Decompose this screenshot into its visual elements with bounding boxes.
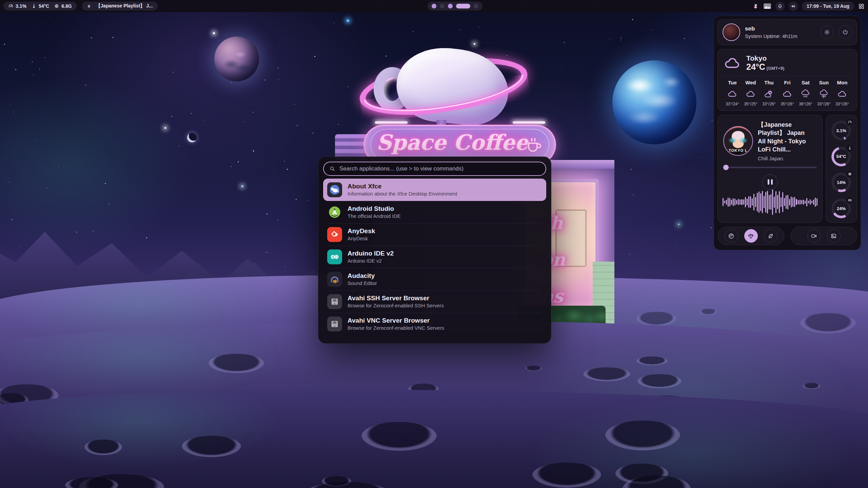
memory-value: 6.8G xyxy=(61,3,72,9)
cpu-usage-stat: 3.1% xyxy=(8,3,26,9)
memory-stat: 6.8G xyxy=(54,3,72,9)
media-pill[interactable]: 【Japanese Playlist】 J... xyxy=(82,2,158,11)
forecast-day-fri: Fri 35°/26° xyxy=(778,80,796,106)
speedometer-icon xyxy=(848,120,852,124)
network-port-icon xyxy=(327,317,342,331)
forecast-day-thu: Thu 33°/26° xyxy=(760,80,778,106)
album-art[interactable]: TOKYO L xyxy=(723,126,753,156)
forecast-row: Tue 33°/24° Wed 35°/25° Thu 33°/26° Fri xyxy=(723,80,851,106)
performance-profile-button[interactable] xyxy=(725,229,738,243)
cloud-icon xyxy=(837,90,847,98)
progress-handle[interactable] xyxy=(723,165,729,170)
search-input[interactable] xyxy=(339,165,540,172)
result-row-avahi-ssh[interactable]: Avahi SSH Server Browser Browse for Zero… xyxy=(323,290,546,313)
thermometer-icon xyxy=(848,146,852,150)
cloud-icon xyxy=(727,90,737,98)
clock-pill[interactable]: 17:09 - Tue, 19 Aug xyxy=(802,2,854,11)
wallpaper-saturn-cup xyxy=(353,37,542,139)
pause-icon xyxy=(87,4,91,8)
user-name: seb xyxy=(745,25,815,32)
topbar-right-cluster: 17:09 - Tue, 19 Aug xyxy=(752,2,865,11)
forecast-day-wed: Wed 35°/25° xyxy=(742,80,760,106)
result-row-avahi-vnc[interactable]: Avahi VNC Server Browser Browse for Zero… xyxy=(323,313,546,335)
power-button[interactable] xyxy=(839,25,852,39)
track-title-line1: 【Japanese Playlist】 Japan xyxy=(758,121,817,137)
result-row-android-studio[interactable]: Android Studio The official Android IDE xyxy=(323,201,546,223)
wallpaper-crescent-moon xyxy=(187,133,197,142)
cloud-icon xyxy=(723,56,742,70)
avatar[interactable] xyxy=(723,23,740,41)
app-launcher: About Xfce Information about the Xfce De… xyxy=(318,157,551,344)
search-box[interactable] xyxy=(323,162,546,176)
sun-cloud-icon xyxy=(764,89,774,98)
result-title: Avahi VNC Server Browser xyxy=(348,317,444,325)
gauge-cpu: 3.1% xyxy=(831,119,852,141)
desktop: esh oon ans Space Coffee 3.1% 54°C xyxy=(0,0,868,488)
android-studio-app-icon xyxy=(327,205,342,220)
audio-visualizer xyxy=(723,186,817,218)
workspace-indicator[interactable] xyxy=(428,2,482,11)
forecast-day-sun: Sun 33°/26° xyxy=(815,80,833,106)
balanced-profile-button[interactable] xyxy=(744,229,758,243)
track-progress-bar[interactable] xyxy=(723,167,817,168)
sign-neon-text: Space Coffee xyxy=(365,130,540,155)
rain-cloud-icon xyxy=(801,89,811,99)
roof-neon-tube-left xyxy=(375,121,408,124)
gauge-temperature: 54°C xyxy=(831,145,852,167)
volume-button[interactable] xyxy=(789,2,798,11)
results-list: About Xfce Information about the Xfce De… xyxy=(323,179,546,335)
result-subtitle: Information about the Xfce Desktop Envir… xyxy=(348,190,457,197)
leaf-icon xyxy=(767,233,774,239)
result-subtitle: Browse for Zeroconf-enabled VNC Servers xyxy=(348,325,444,331)
workspace-dot-4[interactable] xyxy=(456,4,470,8)
workspace-dot-2[interactable] xyxy=(440,4,445,8)
media-pill-text: 【Japanese Playlist】 J... xyxy=(96,3,153,9)
workspace-dot-5[interactable] xyxy=(474,4,478,8)
apps-grid-icon[interactable] xyxy=(858,3,865,9)
chip-icon xyxy=(54,3,59,9)
result-title: Audacity xyxy=(348,272,377,280)
workspace-dot-1[interactable] xyxy=(432,4,436,8)
result-title: AnyDesk xyxy=(348,227,375,235)
arduino-app-icon xyxy=(327,249,342,264)
roof-neon-tube-right xyxy=(513,121,545,124)
wallpaper-earth xyxy=(612,60,696,144)
screen-record-button[interactable] xyxy=(807,229,821,243)
screenshot-button[interactable] xyxy=(827,229,841,243)
thermometer-icon xyxy=(31,3,37,9)
weather-timezone: (GMT+9) xyxy=(767,66,784,71)
divider xyxy=(723,76,851,76)
media-player-card: TOKYO L 【Japanese Playlist】 Japan All Ni… xyxy=(717,115,823,223)
gear-icon xyxy=(824,29,830,36)
gauge-disk: 24% xyxy=(831,197,852,219)
powersave-profile-button[interactable] xyxy=(764,229,777,243)
wallpaper-planet xyxy=(214,37,259,81)
search-icon xyxy=(329,166,335,172)
capture-pill xyxy=(790,227,857,245)
forecast-day-tue: Tue 33°/24° xyxy=(723,80,742,106)
power-icon xyxy=(842,29,849,36)
gallery-tray-icon[interactable] xyxy=(763,3,771,9)
anydesk-app-icon xyxy=(327,227,342,242)
gauge-memory: 14% xyxy=(831,170,852,193)
system-gauges-card: 3.1% 54°C 14% 24% xyxy=(826,115,857,223)
result-row-about-xfce[interactable]: About Xfce Information about the Xfce De… xyxy=(323,179,546,201)
storm-cloud-icon xyxy=(819,89,829,99)
result-title: Avahi SSH Server Browser xyxy=(348,294,444,302)
scales-icon xyxy=(748,233,754,239)
system-stats-pill[interactable]: 3.1% 54°C 6.8G xyxy=(3,2,77,11)
user-card: seb System Uptime: 4h11m xyxy=(717,19,857,45)
cat-tray-icon[interactable] xyxy=(752,3,759,9)
result-row-anydesk[interactable]: AnyDesk AnyDesk xyxy=(323,223,546,246)
settings-button[interactable] xyxy=(820,25,834,39)
result-row-audacity[interactable]: Audacity Sound Editor xyxy=(323,268,546,290)
xfce-app-icon xyxy=(327,182,342,197)
forecast-day-mon: Mon 33°/26° xyxy=(833,80,851,106)
result-row-arduino[interactable]: Arduino IDE v2 Arduino IDE v2 xyxy=(323,246,546,268)
notifications-button[interactable] xyxy=(775,2,785,11)
cloud-icon xyxy=(746,90,756,98)
workspace-dot-3[interactable] xyxy=(448,4,453,8)
track-title-line2: All Night - Tokyo LoFi Chill... xyxy=(758,137,817,154)
result-title: Android Studio xyxy=(348,205,400,213)
audacity-app-icon xyxy=(327,272,342,287)
